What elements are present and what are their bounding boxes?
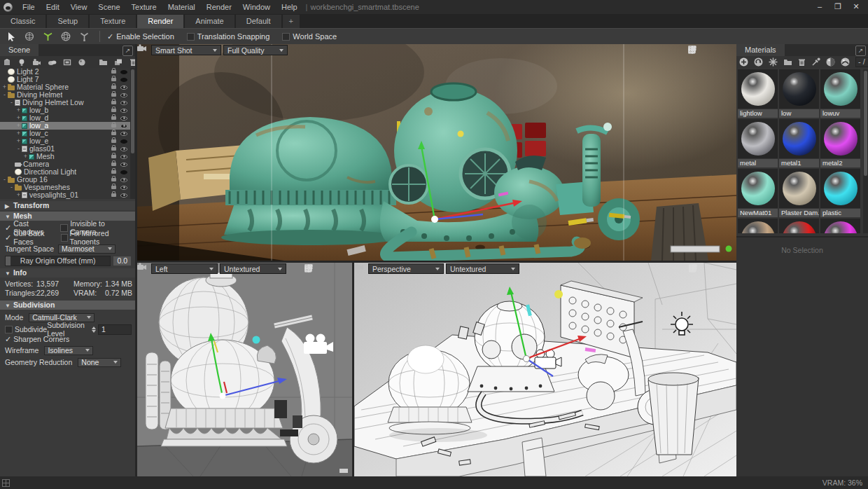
pan-tool-button[interactable] bbox=[21, 29, 38, 43]
material-item-newmat01[interactable]: NewMat01 bbox=[738, 169, 778, 217]
expander-icon[interactable]: - bbox=[15, 145, 22, 153]
tab-render[interactable]: Render bbox=[137, 15, 183, 28]
expander-icon[interactable]: - bbox=[1, 176, 8, 184]
lock-icon[interactable] bbox=[111, 178, 116, 181]
tree-item-group-16[interactable]: -Group 16 bbox=[0, 176, 130, 184]
material-thumbnail[interactable] bbox=[779, 119, 819, 158]
add-camera-icon[interactable] bbox=[32, 57, 41, 67]
perspective-shading-dropdown[interactable]: Untextured bbox=[446, 263, 519, 274]
clear-material-icon[interactable] bbox=[769, 57, 778, 67]
tree-item-directional-light[interactable]: Directional Light bbox=[0, 168, 130, 176]
preview-sphere-icon[interactable] bbox=[826, 57, 835, 67]
material-thumbnail[interactable] bbox=[738, 69, 778, 109]
tree-item-light-7[interactable]: Light 7 bbox=[0, 76, 130, 83]
add-workspace-tab-button[interactable]: + bbox=[283, 15, 300, 28]
lock-icon[interactable] bbox=[111, 70, 116, 74]
add-sky-icon[interactable] bbox=[48, 57, 57, 67]
material-index-field[interactable]: - / bbox=[855, 57, 868, 67]
material-item[interactable] bbox=[820, 219, 860, 233]
eye-icon[interactable] bbox=[120, 93, 127, 97]
material-thumbnail[interactable] bbox=[738, 219, 778, 233]
eye-icon[interactable] bbox=[120, 101, 127, 105]
material-item[interactable] bbox=[779, 219, 819, 233]
wireframe-dropdown[interactable]: Isolines bbox=[44, 346, 93, 355]
material-thumbnail[interactable] bbox=[820, 69, 860, 109]
perspective-viewport[interactable]: Perspective Untextured bbox=[354, 263, 736, 476]
rotate-tool-button[interactable] bbox=[57, 29, 74, 43]
eye-icon[interactable] bbox=[120, 193, 127, 198]
close-button[interactable]: ✕ bbox=[848, 1, 864, 13]
restore-button[interactable]: ❐ bbox=[830, 1, 846, 13]
menu-window[interactable]: Window bbox=[237, 0, 276, 14]
select-tool-button[interactable] bbox=[3, 29, 20, 43]
material-thumbnail[interactable] bbox=[820, 119, 860, 158]
material-item[interactable] bbox=[738, 219, 778, 233]
lock-icon[interactable] bbox=[111, 147, 116, 151]
lock-icon[interactable] bbox=[111, 170, 116, 174]
tree-item-low_e[interactable]: +low_e bbox=[0, 137, 130, 145]
viewport-maximize-icon[interactable] bbox=[328, 265, 337, 273]
viewport-move-icon[interactable] bbox=[701, 265, 709, 273]
menu-view[interactable]: View bbox=[65, 0, 93, 14]
eye-icon[interactable] bbox=[120, 78, 127, 82]
expander-icon[interactable]: - bbox=[1, 91, 8, 99]
material-item-lowuv[interactable]: lowuv bbox=[820, 69, 860, 118]
scene-tab[interactable]: Scene bbox=[0, 44, 38, 56]
material-thumbnail[interactable] bbox=[779, 219, 819, 233]
tree-item-glass01[interactable]: -glass01 bbox=[0, 145, 130, 153]
material-item-metal2[interactable]: metal2 bbox=[820, 119, 860, 167]
tree-item-vespameshes[interactable]: -Vespameshes bbox=[0, 184, 130, 191]
left-camera-dropdown[interactable]: Left bbox=[151, 263, 218, 274]
delete-icon[interactable] bbox=[798, 57, 806, 67]
lock-icon[interactable] bbox=[111, 78, 116, 81]
new-material-icon[interactable] bbox=[739, 57, 748, 67]
eye-icon[interactable] bbox=[120, 116, 127, 120]
eye-icon[interactable] bbox=[120, 132, 127, 136]
eye-icon[interactable] bbox=[120, 109, 127, 113]
lock-icon[interactable] bbox=[111, 124, 116, 128]
subdivide-checkbox[interactable]: Subdivide bbox=[0, 325, 47, 333]
scale-tool-button[interactable] bbox=[76, 29, 92, 43]
preview-sphere-alt-icon[interactable] bbox=[841, 57, 850, 67]
translate-tool-button[interactable] bbox=[39, 29, 56, 43]
viewport-popout-icon[interactable] bbox=[724, 46, 732, 55]
info-section-header[interactable]: ▼ Info bbox=[0, 268, 135, 277]
material-thumbnail[interactable] bbox=[738, 169, 778, 208]
expander-icon[interactable]: + bbox=[15, 137, 22, 145]
menu-edit[interactable]: Edit bbox=[41, 0, 65, 14]
menu-material[interactable]: Material bbox=[162, 0, 201, 14]
duplicate-icon[interactable] bbox=[114, 57, 123, 67]
lock-icon[interactable] bbox=[111, 132, 116, 135]
main-viewport[interactable]: Smart Shot Full Quality bbox=[137, 44, 736, 261]
eye-icon[interactable] bbox=[120, 163, 127, 167]
scene-tree-scrollbar[interactable] bbox=[130, 68, 135, 199]
lock-icon[interactable] bbox=[111, 93, 116, 97]
pick-material-icon[interactable] bbox=[811, 57, 820, 67]
menu-render[interactable]: Render bbox=[201, 0, 237, 14]
tangent-space-dropdown[interactable]: Marmoset bbox=[58, 245, 115, 254]
viewport-popout-icon[interactable] bbox=[340, 265, 349, 273]
tree-item-material-sphere[interactable]: +Material Sphere bbox=[0, 83, 130, 91]
tree-item-mesh[interactable]: +Mesh bbox=[0, 153, 130, 160]
viewport-maximize-icon[interactable] bbox=[713, 265, 721, 273]
refresh-material-icon[interactable] bbox=[754, 57, 763, 67]
menu-help[interactable]: Help bbox=[276, 0, 303, 14]
viewport-popout-icon[interactable] bbox=[724, 265, 733, 273]
eye-icon[interactable] bbox=[120, 186, 127, 190]
lock-icon[interactable] bbox=[111, 116, 116, 120]
expander-icon[interactable]: + bbox=[22, 153, 29, 160]
expander-icon[interactable]: + bbox=[15, 114, 22, 122]
eye-icon[interactable] bbox=[120, 178, 127, 182]
eye-icon[interactable] bbox=[120, 139, 127, 144]
subdivision-level-value[interactable]: 1 bbox=[98, 324, 132, 335]
viewport-splitter-vertical[interactable] bbox=[352, 263, 354, 476]
material-item-plastic[interactable]: plastic bbox=[820, 169, 860, 217]
add-object-icon[interactable] bbox=[3, 57, 11, 67]
transform-section-header[interactable]: ▶ Transform bbox=[0, 201, 135, 210]
tree-item-vespalights_01[interactable]: +vespalights_01 bbox=[0, 191, 130, 199]
subdivision-level-stepper[interactable] bbox=[92, 326, 96, 333]
eye-icon[interactable] bbox=[120, 170, 127, 174]
eye-icon[interactable] bbox=[120, 124, 127, 128]
main-camera-dropdown[interactable]: Smart Shot bbox=[151, 45, 221, 55]
menu-scene[interactable]: Scene bbox=[92, 0, 125, 14]
